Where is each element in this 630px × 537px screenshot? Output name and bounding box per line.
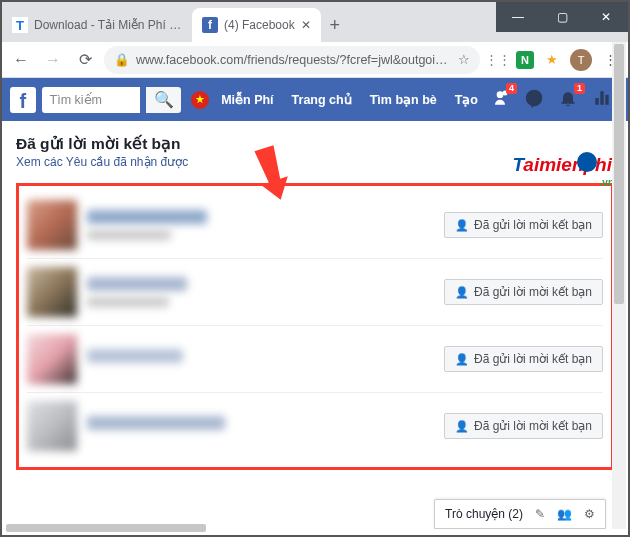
avatar [27,267,77,317]
person-plus-icon: 👤 [455,353,469,366]
link-mien-phi[interactable]: Miễn Phí [215,92,279,107]
lock-icon: 🔒 [114,52,130,67]
item-subtext-blurred [87,297,169,307]
tab-facebook[interactable]: f (4) Facebook ✕ [192,8,321,42]
item-meta [87,349,444,369]
page-title: Đã gửi lời mời kết bạn [16,135,614,153]
close-window-button[interactable]: ✕ [584,2,628,32]
notifications-icon[interactable]: 1 [558,88,578,112]
quick-help-icon[interactable] [592,88,612,112]
link-trang-chu[interactable]: Trang chủ [286,92,358,107]
reload-button[interactable]: ⟳ [72,47,98,73]
tab-download[interactable]: T Download - Tải Miễn Phí VN - P [2,8,192,42]
sent-label: Đã gửi lời mời kết bạn [474,218,592,232]
friend-request-sent-button[interactable]: 👤Đã gửi lời mời kết bạn [444,212,603,238]
svg-marker-1 [251,144,294,203]
person-plus-icon: 👤 [455,219,469,232]
facebook-header: f Tìm kiếm 🔍 ★ Miễn Phí Trang chủ Tìm bạ… [2,78,628,121]
forward-button[interactable]: → [40,47,66,73]
tab-title: Download - Tải Miễn Phí VN - P [34,18,182,32]
search-button[interactable]: 🔍 [146,87,181,113]
avatar [27,401,77,451]
page-content: Đã gửi lời mời kết bạn Xem các Yêu cầu đ… [2,121,628,470]
annotation-arrow [250,143,294,203]
friend-request-sent-button[interactable]: 👤Đã gửi lời mời kết bạn [444,346,603,372]
item-name-blurred [87,210,207,224]
friend-request-sent-button[interactable]: 👤Đã gửi lời mời kết bạn [444,413,603,439]
search-icon: 🔍 [154,90,174,109]
new-tab-button[interactable]: + [321,8,349,42]
sent-label: Đã gửi lời mời kết bạn [474,419,592,433]
minimize-button[interactable]: — [496,2,540,32]
messenger-icon[interactable] [524,88,544,112]
vietnam-flag-icon: ★ [191,91,209,109]
facebook-logo[interactable]: f [10,87,36,113]
maximize-button[interactable]: ▢ [540,2,584,32]
list-item[interactable]: 👤Đã gửi lời mời kết bạn [27,326,603,393]
close-icon[interactable]: ✕ [301,18,311,32]
url-text: www.facebook.com/friends/requests/?fcref… [136,53,452,67]
tab-title: (4) Facebook [224,18,295,32]
browser-titlebar: T Download - Tải Miễn Phí VN - P f (4) F… [2,2,628,42]
friend-request-sent-button[interactable]: 👤Đã gửi lời mời kết bạn [444,279,603,305]
person-plus-icon: 👤 [455,420,469,433]
item-name-blurred [87,277,187,291]
item-name-blurred [87,349,183,363]
item-name-blurred [87,416,225,430]
link-tao[interactable]: Tạo [449,92,484,107]
friend-requests-icon[interactable]: 4 [490,88,510,112]
sent-label: Đã gửi lời mời kết bạn [474,352,592,366]
horizontal-scrollbar[interactable] [4,523,610,533]
sent-label: Đã gửi lời mời kết bạn [474,285,592,299]
person-plus-icon: 👤 [455,286,469,299]
link-tim-ban-be[interactable]: Tìm bạn bè [364,92,443,107]
notif-badge: 1 [574,83,585,94]
avatar [27,334,77,384]
favicon-facebook: f [202,17,218,33]
star-icon[interactable]: ☆ [458,52,470,67]
sent-requests-highlight-box: 👤Đã gửi lời mời kết bạn👤Đã gửi lời mời k… [16,183,614,470]
avatar [27,200,77,250]
omnibox[interactable]: 🔒 www.facebook.com/friends/requests/?fcr… [104,46,480,74]
item-meta [87,210,444,240]
favicon-taimienphi: T [12,17,28,33]
back-button[interactable]: ← [8,47,34,73]
search-input[interactable]: Tìm kiếm [42,87,141,113]
address-bar: ← → ⟳ 🔒 www.facebook.com/friends/request… [2,42,628,78]
window-controls: — ▢ ✕ [496,2,628,32]
extension-icon-star[interactable]: ★ [540,48,564,72]
list-item[interactable]: 👤Đã gửi lời mời kết bạn [27,192,603,259]
profile-avatar[interactable]: T [570,49,592,71]
list-item[interactable]: 👤Đã gửi lời mời kết bạn [27,393,603,459]
friend-badge: 4 [506,83,517,94]
item-meta [87,277,444,307]
chat-label: Trò chuyện (2) [445,507,523,521]
item-meta [87,416,444,436]
group-icon[interactable]: 👥 [557,507,572,521]
extension-icon-n[interactable]: N [516,51,534,69]
vertical-scrollbar[interactable] [612,42,626,529]
compose-icon[interactable]: ✎ [535,507,545,521]
extension-icon-a[interactable]: ⋮⋮ [486,48,510,72]
list-item[interactable]: 👤Đã gửi lời mời kết bạn [27,259,603,326]
received-requests-link[interactable]: Xem các Yêu cầu đã nhận được [16,155,614,169]
item-subtext-blurred [87,230,171,240]
settings-icon[interactable]: ⚙ [584,507,595,521]
